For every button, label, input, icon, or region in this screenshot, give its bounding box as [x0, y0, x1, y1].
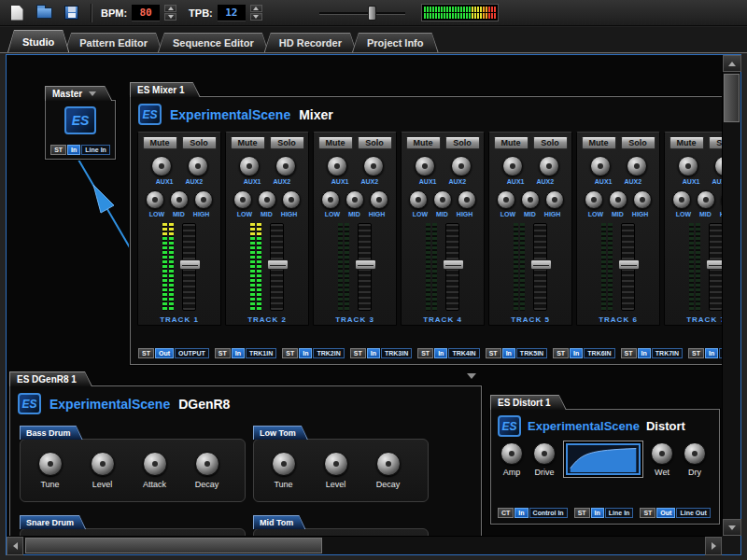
- knob-decay[interactable]: [376, 452, 401, 476]
- volume-fader[interactable]: [358, 223, 372, 311]
- solo-button[interactable]: Solo: [621, 137, 655, 149]
- connector-port[interactable]: TRK6IN: [584, 348, 614, 358]
- bpm-display[interactable]: 80: [132, 5, 160, 21]
- aux-send-knob[interactable]: [188, 156, 208, 176]
- aux-send-knob[interactable]: [239, 156, 260, 176]
- connector-port[interactable]: ST: [553, 348, 569, 358]
- fader-thumb[interactable]: [618, 259, 640, 270]
- volume-fader[interactable]: [270, 223, 284, 311]
- connector-port[interactable]: TRK3IN: [381, 348, 412, 358]
- aux-send-knob[interactable]: [363, 156, 384, 176]
- volume-fader[interactable]: [182, 223, 196, 311]
- master-window-titlebar[interactable]: Master: [45, 86, 112, 101]
- horizontal-scroll-thumb[interactable]: [25, 538, 322, 553]
- distort-window-titlebar[interactable]: ES Distort 1: [490, 395, 567, 410]
- mute-button[interactable]: Mute: [669, 137, 704, 149]
- connector-port[interactable]: ST: [574, 508, 590, 518]
- eq-knob[interactable]: [345, 190, 364, 209]
- aux-send-knob[interactable]: [539, 156, 559, 176]
- connector-port[interactable]: Line In: [81, 145, 110, 155]
- volume-fader[interactable]: [445, 223, 459, 311]
- knob-decay[interactable]: [195, 452, 219, 476]
- master-volume-slider[interactable]: [319, 5, 405, 21]
- connector-port[interactable]: In: [570, 348, 583, 358]
- volume-fader[interactable]: [709, 223, 722, 311]
- solo-button[interactable]: Solo: [709, 137, 723, 149]
- aux-send-knob[interactable]: [151, 156, 172, 176]
- connector-port[interactable]: Out: [155, 348, 174, 358]
- slider-thumb[interactable]: [368, 6, 376, 21]
- eq-knob[interactable]: [585, 190, 603, 209]
- eq-knob[interactable]: [282, 190, 301, 209]
- connector-port[interactable]: In: [591, 508, 604, 518]
- eq-knob[interactable]: [497, 190, 515, 209]
- aux-send-knob[interactable]: [678, 156, 698, 176]
- aux-send-knob[interactable]: [451, 156, 472, 176]
- eq-knob[interactable]: [633, 190, 652, 209]
- knob-dry[interactable]: [684, 442, 706, 465]
- eq-knob[interactable]: [146, 190, 164, 209]
- connector-port[interactable]: Line Out: [676, 508, 710, 518]
- connector-port[interactable]: ST: [50, 145, 66, 155]
- horizontal-scrollbar[interactable]: [7, 536, 722, 554]
- connector-port[interactable]: In: [514, 508, 528, 518]
- scroll-right-button[interactable]: [705, 537, 722, 555]
- knob-attack[interactable]: [143, 452, 167, 476]
- studio-canvas[interactable]: Master ES STInLine In ES Mixer 1 ES Expe…: [7, 55, 722, 536]
- connector-port[interactable]: ST: [640, 508, 655, 518]
- solo-button[interactable]: Solo: [358, 137, 392, 149]
- connector-port[interactable]: TRK5IN: [516, 348, 547, 358]
- connector-port[interactable]: In: [299, 348, 312, 358]
- solo-button[interactable]: Solo: [445, 137, 480, 149]
- fader-thumb[interactable]: [355, 259, 376, 270]
- connector-port[interactable]: In: [502, 348, 515, 358]
- window-menu-arrow-icon[interactable]: [89, 91, 96, 96]
- mute-button[interactable]: Mute: [143, 137, 177, 149]
- fader-thumb[interactable]: [706, 259, 722, 270]
- eq-knob[interactable]: [233, 190, 252, 209]
- knob-amp[interactable]: [500, 442, 523, 465]
- connector-port[interactable]: In: [705, 348, 718, 358]
- solo-button[interactable]: Solo: [182, 137, 217, 149]
- scroll-down-button[interactable]: [723, 519, 741, 536]
- eq-knob[interactable]: [458, 190, 476, 209]
- eq-knob[interactable]: [409, 190, 428, 209]
- connector-port[interactable]: ST: [688, 348, 704, 358]
- eq-knob[interactable]: [521, 190, 540, 209]
- open-project-button[interactable]: [33, 3, 55, 23]
- connector-port[interactable]: In: [67, 145, 80, 155]
- eq-knob[interactable]: [258, 190, 276, 209]
- vertical-scrollbar[interactable]: [722, 55, 740, 536]
- mute-button[interactable]: Mute: [582, 137, 616, 149]
- tab-hd-recorder[interactable]: HD Recorder: [264, 33, 357, 52]
- solo-button[interactable]: Solo: [533, 137, 568, 149]
- knob-tune[interactable]: [38, 452, 63, 476]
- fader-thumb[interactable]: [179, 259, 201, 270]
- connector-port[interactable]: TRK4IN: [448, 348, 479, 358]
- aux-send-knob[interactable]: [415, 156, 435, 176]
- eq-knob[interactable]: [433, 190, 452, 209]
- connector-port[interactable]: In: [434, 348, 447, 358]
- aux-send-knob[interactable]: [714, 156, 723, 176]
- connector-port[interactable]: In: [638, 348, 651, 358]
- connector-port[interactable]: Control In: [529, 508, 568, 518]
- eq-knob[interactable]: [194, 190, 213, 209]
- connector-port[interactable]: Line In: [605, 508, 634, 518]
- fader-thumb[interactable]: [267, 259, 289, 270]
- eq-knob[interactable]: [170, 190, 189, 209]
- fader-thumb[interactable]: [530, 259, 552, 270]
- connector-port[interactable]: ST: [621, 348, 637, 358]
- save-project-button[interactable]: [60, 3, 82, 23]
- vertical-scroll-thumb[interactable]: [724, 74, 740, 122]
- fader-thumb[interactable]: [443, 259, 464, 270]
- eq-knob[interactable]: [545, 190, 564, 209]
- solo-button[interactable]: Solo: [270, 137, 304, 149]
- connector-port[interactable]: CT: [498, 508, 514, 518]
- mute-button[interactable]: Mute: [318, 137, 353, 149]
- bpm-spin-up-button[interactable]: [164, 5, 176, 12]
- connector-port[interactable]: ST: [282, 348, 298, 358]
- connector-port[interactable]: TRK2IN: [313, 348, 344, 358]
- eq-knob[interactable]: [609, 190, 627, 209]
- dgenr8-window-titlebar[interactable]: ES DGenR8 1: [9, 371, 92, 386]
- mute-button[interactable]: Mute: [494, 137, 529, 149]
